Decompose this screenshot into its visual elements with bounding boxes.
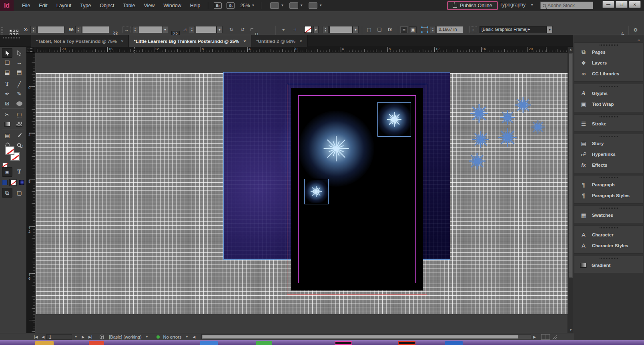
rotate-cw-button[interactable]: ↻ [227,26,235,33]
menu-object[interactable]: Object [95,0,118,11]
adobe-stock-search[interactable]: Adobe Stock [540,2,593,9]
panel-item-paragraph-styles[interactable]: ¶Paragraph Styles [574,190,643,201]
vertical-scroll-thumb[interactable] [569,53,573,278]
apply-color-button[interactable] [2,180,8,185]
text-wrap-bounding-button[interactable]: ▣ [409,26,417,33]
eyedropper-tool[interactable] [14,131,24,140]
ruler-origin-box[interactable] [26,47,35,52]
scale-x-field[interactable] [139,26,162,33]
chevron-down-icon[interactable]: ▼ [183,335,191,338]
apply-gradient-button[interactable] [19,180,24,185]
minimize-button[interactable]: — [602,1,614,8]
close-icon[interactable]: ✕ [121,39,124,43]
panel-item-character[interactable]: ACharacter [574,229,643,240]
drop-shadow-icon[interactable]: ❏ [375,26,383,33]
restore-button[interactable]: ❐ [616,1,628,8]
panel-group-grip[interactable] [574,44,643,46]
chevron-down-icon[interactable]: ▼ [353,26,359,33]
document-tab[interactable]: *Little Learners Big Thinkers Poster.ind… [129,35,251,47]
selection-tool[interactable] [2,48,12,58]
previous-page-button[interactable]: ◀ [40,335,46,339]
menu-edit[interactable]: Edit [34,0,52,11]
horizontal-scroll-thumb[interactable] [202,335,518,339]
page-number-field[interactable]: 1 [46,334,72,340]
content-placer-tool[interactable]: ⬒ [14,67,24,77]
menu-help[interactable]: Help [186,0,205,11]
effects-fx-icon[interactable]: fx [386,26,394,33]
default-fill-stroke-icon[interactable] [2,163,8,167]
scale-x-stepper[interactable]: ▲▼ [132,26,138,33]
direct-selection-tool[interactable] [14,48,24,58]
free-transform-tool[interactable]: ⬚ [14,110,24,119]
panel-item-stroke[interactable]: ☰Stroke [574,118,643,129]
last-page-button[interactable]: ▶| [86,335,94,339]
pen-tool[interactable]: ✒ [2,89,12,99]
preflight-status-label[interactable]: No errors [163,335,182,339]
first-page-button[interactable]: |◀ [32,335,40,339]
ellipse-tool[interactable] [14,99,24,108]
distribute-up-icon[interactable]: ⫟ [279,26,287,33]
screen-mode-icon[interactable] [289,2,298,9]
arrange-documents-icon[interactable] [309,2,317,9]
panel-group-grip[interactable] [574,85,643,88]
taskbar-icon-pink-frame-app[interactable] [335,341,352,345]
corner-options-icon[interactable]: ⬚ [365,26,373,33]
preflight-preset-label[interactable]: [Basic] (working) [109,335,141,339]
fill-color-none-swatch[interactable] [304,26,312,33]
text-wrap-none-button[interactable]: ≣ [400,26,408,33]
panel-group-grip[interactable] [574,176,643,179]
gradient-feather-tool[interactable] [14,119,24,129]
fill-swatch-none[interactable] [5,146,14,155]
menu-type[interactable]: Type [76,0,95,11]
view-options-icon[interactable] [270,2,279,9]
rectangle-frame-tool[interactable]: ⊠ [2,99,12,108]
taskbar-icon-blue2-app[interactable] [445,341,463,345]
menu-layout[interactable]: Layout [52,0,76,11]
panel-item-story[interactable]: ▤Story [574,138,643,149]
menu-view[interactable]: View [139,0,159,11]
object-style-combo[interactable]: [Basic Graphics Frame]+ [479,26,547,33]
rotation-field[interactable] [196,26,217,33]
corner-radius-stepper[interactable]: ▲▼ [430,26,436,33]
preview-mode-button[interactable]: ▢ [14,188,24,198]
scroll-left-icon[interactable]: ◀ [191,335,197,339]
toolbar-dock-grip[interactable] [3,37,21,38]
stroke-weight-stepper[interactable]: ▲▼ [323,26,329,33]
line-tool[interactable]: ╱ [14,79,24,89]
panel-item-text-wrap[interactable]: ▣Text Wrap [574,99,643,109]
scroll-right-icon[interactable]: ▶ [531,335,538,339]
chevron-down-icon[interactable]: ▼ [162,26,168,33]
horizontal-ruler[interactable]: 20161284048121620 [35,47,568,52]
publish-online-button[interactable]: Publish Online [447,1,498,10]
type-tool[interactable]: T [2,79,12,89]
chevron-down-icon[interactable]: ▼ [143,335,151,338]
close-icon[interactable]: ✕ [299,39,303,43]
panel-item-hyperlinks[interactable]: ☍Hyperlinks [574,149,643,159]
vertical-scrollbar[interactable]: ▲ ▼ [568,47,573,333]
close-icon[interactable]: ✕ [243,39,246,43]
formatting-affects-container-button[interactable]: ▣ [2,167,12,177]
panel-group-grip[interactable] [574,115,643,118]
scroll-up-icon[interactable]: ▲ [569,48,573,52]
panel-item-gradient[interactable]: Gradient [574,260,643,270]
menu-window[interactable]: Window [159,0,185,11]
apply-none-button[interactable] [10,180,16,185]
preflight-icon[interactable] [100,335,104,339]
chevron-down-icon[interactable]: ▼ [217,26,223,33]
panel-group-grip[interactable] [574,257,643,260]
chevron-down-icon[interactable]: ▼ [547,26,553,33]
taskbar-icon-red-frame-app[interactable] [398,341,415,345]
bridge-button[interactable]: Br [214,2,222,9]
stroke-weight-field[interactable] [329,26,353,33]
panel-item-effects[interactable]: fxEffects [574,159,643,170]
pencil-tool[interactable]: ✎ [14,89,24,99]
vertical-ruler[interactable]: 0481216 [26,52,35,333]
taskbar-icon-blue-app[interactable] [200,341,218,345]
panel-group-grip[interactable] [574,135,643,138]
rotate-ccw-button[interactable]: ↺ [239,26,247,33]
panel-item-pages[interactable]: ⧉Pages [574,46,643,57]
panel-item-glyphs[interactable]: AGlyphs [574,88,643,99]
collapse-panels-icon[interactable]: « [638,38,640,42]
scroll-down-icon[interactable]: ▼ [569,328,573,332]
swap-fill-stroke-icon[interactable]: ⤾ [20,145,24,149]
